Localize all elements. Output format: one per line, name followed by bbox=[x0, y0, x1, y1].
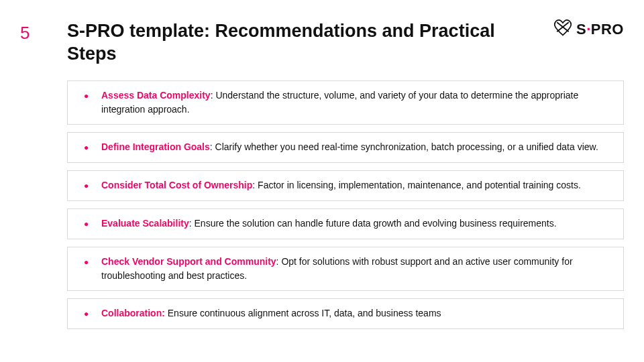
logo-text-s: S bbox=[576, 21, 586, 38]
item-desc: Ensure the solution can handle future da… bbox=[195, 218, 557, 229]
item-text: Evaluate Scalability: Ensure the solutio… bbox=[101, 217, 557, 231]
slide: 5 S-PRO template: Recommendations and Pr… bbox=[0, 0, 644, 362]
item-text: Assess Data Complexity: Understand the s… bbox=[101, 88, 612, 117]
list-item: ● Check Vendor Support and Community: Op… bbox=[67, 247, 624, 291]
item-text: Define Integration Goals: Clarify whethe… bbox=[101, 140, 598, 154]
item-heading: Assess Data Complexity bbox=[101, 90, 211, 101]
item-text: Collaboration: Ensure continuous alignme… bbox=[101, 306, 441, 320]
list-item: ● Define Integration Goals: Clarify whet… bbox=[67, 132, 624, 163]
item-heading: Consider Total Cost of Ownership bbox=[101, 180, 252, 190]
item-desc: Ensure continuous alignment across IT, d… bbox=[168, 308, 441, 318]
slide-number: 5 bbox=[20, 20, 67, 44]
list-item: ● Consider Total Cost of Ownership: Fact… bbox=[67, 170, 624, 201]
item-text: Consider Total Cost of Ownership: Factor… bbox=[101, 178, 581, 192]
list-item: ● Assess Data Complexity: Understand the… bbox=[67, 80, 624, 125]
item-sep: : bbox=[210, 141, 215, 152]
brand-logo: S·PRO bbox=[553, 19, 624, 40]
bullet-icon: ● bbox=[78, 306, 101, 321]
heart-logo-icon bbox=[553, 19, 572, 40]
slide-header: 5 S-PRO template: Recommendations and Pr… bbox=[20, 20, 624, 66]
slide-title: S-PRO template: Recommendations and Prac… bbox=[67, 20, 523, 66]
item-sep: : bbox=[252, 180, 258, 190]
list-item: ● Evaluate Scalability: Ensure the solut… bbox=[67, 208, 624, 239]
bullet-icon: ● bbox=[78, 255, 101, 269]
item-heading: Evaluate Scalability bbox=[101, 218, 189, 229]
logo-dot: · bbox=[586, 21, 591, 38]
item-text: Check Vendor Support and Community: Opt … bbox=[101, 255, 612, 283]
item-heading: Define Integration Goals bbox=[101, 141, 210, 152]
recommendation-list: ● Assess Data Complexity: Understand the… bbox=[67, 80, 624, 329]
item-desc: Factor in licensing, implementation, mai… bbox=[258, 180, 581, 190]
item-heading: Collaboration: bbox=[101, 308, 165, 318]
list-item: ● Collaboration: Ensure continuous align… bbox=[67, 298, 624, 329]
item-sep: : bbox=[189, 218, 195, 229]
bullet-icon: ● bbox=[78, 88, 101, 103]
item-desc: Clarify whether you need real-time synch… bbox=[215, 141, 598, 152]
bullet-icon: ● bbox=[78, 217, 101, 231]
logo-text-pro: PRO bbox=[591, 21, 624, 38]
item-heading: Check Vendor Support and Community bbox=[101, 256, 276, 267]
brand-logo-text: S·PRO bbox=[576, 21, 624, 38]
bullet-icon: ● bbox=[78, 178, 101, 193]
bullet-icon: ● bbox=[78, 140, 101, 155]
